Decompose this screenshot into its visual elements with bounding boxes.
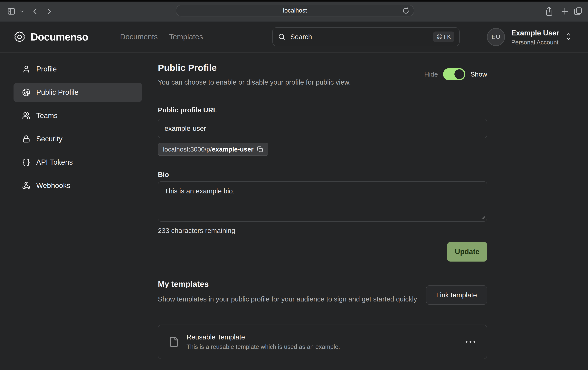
bio-textarea[interactable]: This is an example bio. xyxy=(158,181,487,222)
url-slug: example-user xyxy=(212,146,254,153)
nav-templates[interactable]: Templates xyxy=(169,33,203,41)
address-bar-url: localhost xyxy=(283,7,307,14)
braces-icon xyxy=(22,158,30,166)
users-icon xyxy=(22,112,30,120)
user-name: Example User xyxy=(511,29,559,37)
template-name: Reusable Template xyxy=(187,333,340,341)
file-icon xyxy=(168,336,179,347)
template-info: Reusable Template This is a reusable tem… xyxy=(187,333,340,350)
sidebar-item-webhooks[interactable]: Webhooks xyxy=(13,176,142,195)
main-nav: Documents Templates xyxy=(120,21,203,52)
ellipsis-icon xyxy=(464,340,477,344)
forward-icon[interactable] xyxy=(45,7,53,16)
page-title: Public Profile xyxy=(158,62,217,73)
window-top-edge xyxy=(0,0,588,1)
sidebar-item-label: Webhooks xyxy=(36,182,70,190)
template-menu-button[interactable] xyxy=(463,338,478,345)
back-icon[interactable] xyxy=(31,7,40,16)
lock-icon xyxy=(22,135,30,143)
update-button[interactable]: Update xyxy=(447,242,487,262)
browser-toolbar: localhost xyxy=(0,1,588,21)
template-card: Reusable Template This is a reusable tem… xyxy=(158,325,487,359)
tab-overview-icon[interactable] xyxy=(574,7,583,16)
settings-sidebar: Profile Public Profile Teams Security AP… xyxy=(13,60,142,199)
sidebar-item-api-tokens[interactable]: API Tokens xyxy=(13,153,142,172)
globe-icon xyxy=(22,88,30,96)
sidebar-panel-icon[interactable] xyxy=(7,7,16,16)
reload-icon[interactable] xyxy=(402,7,410,14)
resize-handle[interactable] xyxy=(480,214,485,220)
public-url-preview: localhost:3000/p/example-user xyxy=(158,143,268,156)
sidebar-item-teams[interactable]: Teams xyxy=(13,106,142,125)
sidebar-item-label: Public Profile xyxy=(36,88,79,96)
template-description: This is a reusable template which is use… xyxy=(187,343,340,350)
sidebar-item-security[interactable]: Security xyxy=(13,129,142,149)
toggle-knob xyxy=(454,69,464,79)
search-shortcut-badge: ⌘+K xyxy=(433,31,454,42)
sidebar-item-label: Security xyxy=(36,135,63,143)
page-description: You can choose to enable or disable your… xyxy=(158,78,351,86)
user-account-type: Personal Account xyxy=(511,39,559,46)
copy-icon xyxy=(257,146,263,153)
section-divider xyxy=(158,96,487,96)
visibility-toggle[interactable] xyxy=(443,68,465,80)
share-icon[interactable] xyxy=(545,6,554,16)
sidebar-item-label: Teams xyxy=(36,112,58,120)
documenso-app: Documenso Documents Templates ⌘+K EU Exa… xyxy=(0,21,588,370)
brand-link[interactable]: Documenso xyxy=(13,21,88,52)
user-icon xyxy=(22,65,30,73)
toolbar-divider xyxy=(17,6,17,17)
documenso-logo-icon xyxy=(13,31,26,43)
public-url-label: Public profile URL xyxy=(158,106,217,114)
user-menu[interactable]: Example User Personal Account xyxy=(511,29,559,46)
visibility-toggle-row: Hide Show xyxy=(424,68,487,80)
search-box[interactable]: ⌘+K xyxy=(272,27,460,46)
brand-name: Documenso xyxy=(31,31,88,43)
copy-url-button[interactable] xyxy=(257,146,263,153)
my-templates-description: Show templates in your public profile fo… xyxy=(158,294,418,304)
search-icon xyxy=(278,33,286,41)
url-prefix: localhost:3000/p/ xyxy=(163,146,212,153)
nav-documents[interactable]: Documents xyxy=(120,33,158,41)
my-templates-title: My templates xyxy=(158,279,209,289)
app-header: Documenso Documents Templates ⌘+K EU Exa… xyxy=(0,21,588,52)
sidebar-item-label: API Tokens xyxy=(36,158,73,166)
search-input[interactable] xyxy=(290,33,428,41)
public-url-input[interactable] xyxy=(158,119,487,138)
chevrons-up-down-icon[interactable] xyxy=(565,32,572,41)
toggle-off-label: Hide xyxy=(424,71,438,78)
bio-label: Bio xyxy=(158,171,169,179)
toggle-on-label: Show xyxy=(471,71,487,78)
webhook-icon xyxy=(22,182,30,190)
sidebar-item-public-profile[interactable]: Public Profile xyxy=(13,83,142,102)
chevron-down-icon[interactable] xyxy=(19,10,24,13)
avatar-initials: EU xyxy=(492,33,500,41)
link-template-button[interactable]: Link template xyxy=(426,285,487,305)
avatar[interactable]: EU xyxy=(487,28,505,46)
address-bar[interactable]: localhost xyxy=(176,5,414,16)
sidebar-item-label: Profile xyxy=(36,65,57,73)
characters-remaining: 233 characters remaining xyxy=(158,227,235,235)
sidebar-item-profile[interactable]: Profile xyxy=(13,60,142,79)
new-tab-icon[interactable] xyxy=(561,7,569,16)
